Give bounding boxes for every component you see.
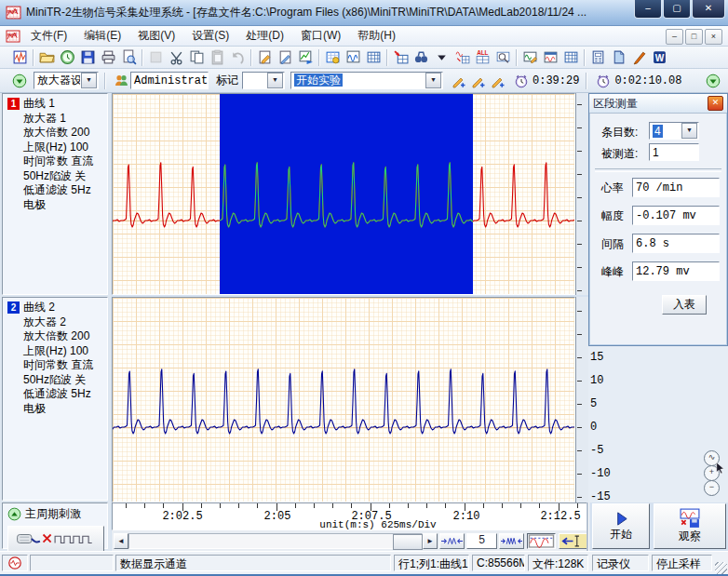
mouse-cursor bbox=[715, 462, 726, 475]
wave-to-table-icon[interactable] bbox=[452, 48, 472, 67]
report-icon[interactable] bbox=[254, 48, 275, 67]
collapse-amp-panel-button[interactable] bbox=[9, 72, 29, 90]
observe-button[interactable]: 观察 bbox=[654, 503, 726, 549]
close-button[interactable]: ✕ bbox=[692, 0, 725, 19]
channel-2-plot[interactable] bbox=[112, 297, 575, 502]
pen-icon[interactable] bbox=[628, 48, 649, 67]
find-dropdown-icon[interactable] bbox=[431, 48, 452, 67]
search-table-icon[interactable] bbox=[492, 48, 513, 67]
measurement-value: -0.107 mv bbox=[632, 206, 720, 225]
menu-item[interactable]: 帮助(H) bbox=[349, 26, 404, 46]
menu-item[interactable]: 设置(S) bbox=[183, 26, 237, 46]
all-to-table-icon[interactable]: ALL bbox=[472, 48, 492, 67]
channel-param-line: 低通滤波 5Hz bbox=[7, 183, 107, 198]
time-scrollbar-track[interactable] bbox=[128, 533, 423, 549]
measured-channel-field[interactable]: 1 bbox=[649, 143, 699, 161]
child-close-button[interactable]: × bbox=[705, 29, 722, 45]
chevron-down-icon[interactable]: ▼ bbox=[681, 123, 697, 139]
resize-grip[interactable] bbox=[715, 562, 727, 574]
chevron-down-icon[interactable]: ▼ bbox=[81, 73, 97, 88]
time-cursor-button[interactable] bbox=[559, 533, 587, 549]
measure-panel-titlebar[interactable]: 区段测量 ✕ bbox=[589, 94, 727, 114]
cut-icon[interactable] bbox=[166, 48, 186, 67]
chevron-down-icon[interactable]: ▼ bbox=[267, 73, 283, 88]
copy-icon[interactable] bbox=[186, 48, 207, 67]
save-icon[interactable] bbox=[77, 48, 98, 67]
word-export-icon[interactable]: W bbox=[649, 48, 669, 67]
measurement-label: 间隔 bbox=[601, 236, 624, 252]
export-grid-icon[interactable] bbox=[390, 48, 411, 67]
mini-wave-icon[interactable] bbox=[343, 48, 363, 67]
wave-mode-button[interactable] bbox=[527, 533, 556, 549]
data-table-icon[interactable] bbox=[363, 48, 384, 67]
open-file-icon[interactable] bbox=[36, 48, 57, 67]
add-to-table-button[interactable]: 入表 bbox=[662, 295, 707, 315]
channel-param-line: 放大器 2 bbox=[7, 315, 107, 330]
experiment-combo[interactable]: 开始实验 ▼ bbox=[290, 72, 443, 89]
expand-timebase-button[interactable] bbox=[439, 533, 465, 549]
channel-2-settings[interactable]: 2曲线 2放大器 2放大倍数 200上限(Hz) 100时间常数 直流50Hz陷… bbox=[2, 297, 108, 501]
grid-lock-icon[interactable] bbox=[322, 48, 343, 67]
total-timer: 0:02:10.08 bbox=[614, 74, 681, 87]
chevron-down-icon[interactable]: ▼ bbox=[425, 73, 441, 88]
scroll-left-button[interactable]: ◄ bbox=[114, 533, 128, 549]
operator-field[interactable]: Administrator bbox=[130, 72, 209, 89]
start-button[interactable]: 开始 bbox=[592, 503, 650, 549]
y-axis-label: -10 bbox=[590, 467, 618, 480]
window-title: MiniTR-2生物信号采集处理系统 - [存盘文件名:C:\Program F… bbox=[26, 5, 622, 20]
menu-item[interactable]: 处理(D) bbox=[237, 26, 292, 46]
measurement-label: 幅度 bbox=[601, 208, 624, 224]
menu-item[interactable]: 视图(V) bbox=[129, 26, 183, 46]
mark-combo[interactable]: ▼ bbox=[242, 72, 285, 89]
child-restore-button[interactable]: □ bbox=[685, 29, 703, 45]
channel-1-settings[interactable]: 1曲线 1放大器 1放大倍数 200上限(Hz) 100时间常数 直流50Hz陷… bbox=[2, 93, 108, 295]
minimize-button[interactable]: – bbox=[634, 0, 662, 19]
channel-param-line: 电极 bbox=[7, 402, 107, 417]
time-axis-label: 2:05 bbox=[264, 510, 291, 523]
notes-icon[interactable] bbox=[608, 48, 628, 67]
chart-doc-icon[interactable] bbox=[9, 48, 30, 67]
y-axis-label: -5 bbox=[590, 444, 618, 457]
maximize-button[interactable]: ▢ bbox=[663, 0, 691, 19]
measured-channel-label: 被测道: bbox=[601, 146, 638, 162]
stimulator-button[interactable] bbox=[7, 526, 104, 552]
timebase-value[interactable]: 5 bbox=[466, 533, 497, 549]
svg-text:W: W bbox=[654, 53, 664, 63]
channel-1-plot[interactable] bbox=[112, 93, 575, 295]
revert-icon[interactable] bbox=[57, 48, 77, 67]
wave-window-icon[interactable] bbox=[540, 48, 560, 67]
channel-param-line: 2曲线 2 bbox=[7, 301, 107, 315]
menu-item[interactable]: 编辑(E) bbox=[75, 26, 129, 46]
y-axis-label: 10 bbox=[590, 374, 618, 387]
add-mark-button[interactable] bbox=[448, 72, 467, 90]
pulse-status-icon bbox=[2, 555, 28, 571]
entry-count-combo[interactable]: 4 ▼ bbox=[649, 122, 699, 140]
channel-param-line: 放大器 1 bbox=[7, 112, 107, 127]
compress-timebase-button[interactable] bbox=[499, 533, 524, 549]
section-measure-panel: 区段测量 ✕ 条目数: 4 ▼ 被测道: 1 心率70 /min幅度-0.107… bbox=[588, 93, 728, 346]
annotate-icon[interactable] bbox=[275, 48, 295, 67]
print-icon[interactable] bbox=[98, 48, 118, 67]
scroll-right-button[interactable]: ► bbox=[423, 533, 438, 549]
table-view-icon[interactable] bbox=[560, 48, 581, 67]
stimulus-section: 主周期刺激 bbox=[2, 502, 108, 549]
time-scrollbar-thumb[interactable] bbox=[393, 534, 423, 550]
child-minimize-button[interactable]: – bbox=[666, 29, 683, 45]
collapse-stimulus-icon[interactable] bbox=[7, 507, 21, 521]
channel-param-line: 上限(Hz) 100 bbox=[7, 344, 107, 359]
find-icon[interactable] bbox=[411, 48, 431, 67]
menu-item[interactable]: 窗口(W) bbox=[292, 26, 349, 46]
channel-1-trace bbox=[113, 94, 574, 294]
time-scrollbar-row: ◄ ► 5 bbox=[112, 530, 588, 551]
channel-1-y-axis bbox=[575, 93, 588, 295]
measure-panel-close-icon[interactable]: ✕ bbox=[708, 96, 723, 111]
export-chart-icon[interactable] bbox=[295, 48, 316, 67]
calc-icon[interactable] bbox=[587, 48, 608, 67]
menu-item[interactable]: 文件(F) bbox=[22, 26, 75, 46]
wave-edit-icon[interactable] bbox=[519, 48, 540, 67]
channel-param-line: 1曲线 1 bbox=[7, 97, 107, 112]
collapse-measure-panel-button[interactable] bbox=[703, 72, 722, 90]
print-preview-icon[interactable] bbox=[118, 48, 139, 67]
amp-settings-combo[interactable]: 放大器设置▼ bbox=[34, 72, 99, 89]
zoom-out-icon[interactable]: − bbox=[704, 480, 720, 496]
